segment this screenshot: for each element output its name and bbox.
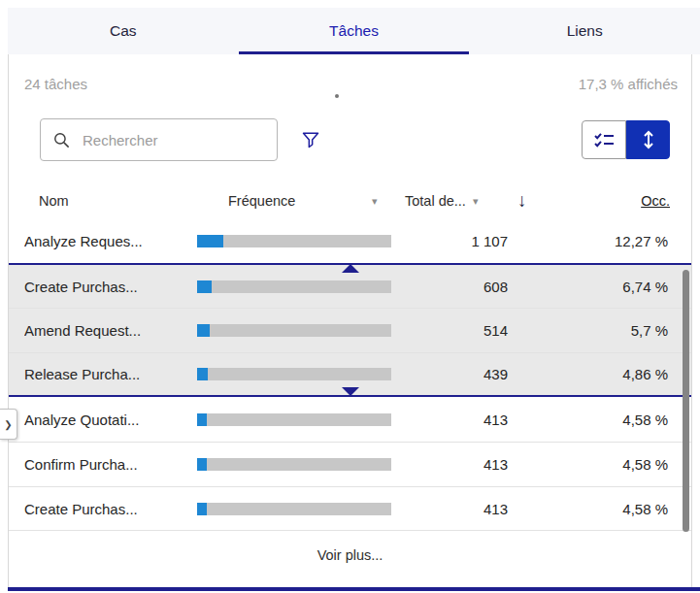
total-value: 1 107 (391, 233, 508, 249)
occurrence-percent: 12,27 % (508, 233, 691, 249)
total-caret-down-icon[interactable]: ▾ (473, 195, 479, 208)
frequency-bar-fill (197, 235, 223, 247)
tab-liens[interactable]: Liens (469, 8, 700, 54)
task-table-body: Analyze Reques... 1 107 12,27 % Create P… (9, 218, 691, 531)
filter-button[interactable] (297, 126, 324, 153)
table-footer: Voir plus... (9, 531, 691, 564)
frequency-bar-track (197, 368, 391, 380)
chevron-right-icon: ❯ (4, 419, 12, 430)
occurrence-percent: 5,7 % (508, 322, 691, 339)
frequency-bar (197, 280, 391, 293)
table-row[interactable]: Amend Request... 514 5,7 % (9, 308, 691, 352)
show-more-button[interactable]: Voir plus... (312, 546, 389, 564)
total-value: 413 (391, 501, 508, 517)
table-row[interactable]: Analyze Quotati... 413 4,58 % (9, 397, 691, 442)
toolbar (9, 118, 691, 161)
task-name: Create Purchas... (24, 279, 191, 295)
vertical-scrollbar[interactable] (683, 270, 689, 532)
task-name: Analyze Reques... (24, 233, 191, 249)
frequency-bar-fill (197, 368, 208, 380)
frequency-bar-track (197, 413, 391, 426)
column-header-name[interactable]: Nom (39, 193, 69, 209)
total-value: 439 (391, 366, 508, 382)
sort-order-button[interactable] (626, 120, 670, 159)
search-input[interactable] (81, 131, 265, 149)
column-header-frequency[interactable]: Fréquence (228, 193, 295, 209)
task-name: Create Purchas... (24, 501, 191, 517)
checklist-icon (593, 132, 615, 148)
frequency-bar-fill (197, 324, 210, 337)
frequency-bar (197, 235, 391, 247)
drag-handle-dot (335, 94, 339, 98)
occurrence-percent: 4,58 % (508, 456, 691, 473)
checklist-view-button[interactable] (582, 120, 626, 159)
expand-panel-handle[interactable]: ❯ (0, 409, 17, 440)
up-down-arrow-icon (642, 130, 655, 149)
table-row[interactable]: Confirm Purcha... 413 4,58 % (9, 442, 691, 486)
table-row[interactable]: Analyze Reques... 1 107 12,27 % (9, 218, 691, 263)
task-count-label: 24 tâches (24, 76, 87, 92)
frequency-bar-track (197, 503, 391, 515)
frequency-bar (197, 503, 391, 515)
column-header-occ[interactable]: Occ. (641, 193, 670, 209)
task-panel: Cas Tâches Liens 24 tâches 17,3 % affich… (8, 8, 700, 591)
table-row[interactable]: Create Purchas... 608 6,74 % (9, 263, 691, 308)
tab-bar: Cas Tâches Liens (8, 8, 700, 54)
displayed-percent-label: 17,3 % affichés (579, 76, 678, 92)
frequency-bar-fill (197, 503, 207, 515)
task-name: Confirm Purcha... (24, 456, 191, 473)
table-row[interactable]: Release Purcha... 439 4,86 % (9, 352, 691, 397)
frequency-bar-track (197, 235, 391, 247)
task-name: Amend Request... (24, 322, 191, 339)
tasks-content: 24 tâches 17,3 % affichés (8, 54, 692, 587)
tab-cas[interactable]: Cas (8, 8, 239, 54)
frequency-bar-track (197, 324, 391, 337)
total-value: 608 (391, 279, 508, 295)
frequency-bar (197, 368, 391, 380)
task-name: Release Purcha... (24, 366, 191, 382)
table-header: Nom Fréquence ▾ Total de... ▾ ↓ Occ. (9, 183, 691, 218)
task-name: Analyze Quotati... (24, 412, 191, 428)
frequency-bar-fill (197, 280, 212, 293)
sort-direction-down-icon: ↓ (517, 190, 527, 212)
frequency-bar-track (197, 458, 391, 471)
total-value: 514 (391, 322, 508, 339)
frequency-bar-fill (197, 458, 207, 471)
frequency-bar-fill (197, 413, 207, 426)
frequency-bar (197, 413, 391, 426)
view-toggle-group (582, 120, 670, 159)
frequency-caret-down-icon[interactable]: ▾ (372, 195, 378, 208)
table-row[interactable]: Create Purchas... 413 4,58 % (9, 486, 691, 531)
total-value: 413 (391, 456, 508, 473)
occurrence-percent: 4,58 % (508, 501, 691, 517)
column-header-total[interactable]: Total de... (405, 193, 466, 209)
frequency-bar-track (197, 280, 391, 293)
search-box[interactable] (40, 118, 278, 161)
tab-taches[interactable]: Tâches (239, 8, 470, 54)
search-icon (52, 131, 71, 149)
occurrence-percent: 6,74 % (508, 279, 691, 295)
occurrence-percent: 4,86 % (508, 366, 691, 382)
frequency-bar (197, 458, 391, 471)
total-value: 413 (391, 412, 508, 428)
filter-funnel-icon (301, 130, 320, 149)
frequency-bar (197, 324, 391, 337)
occurrence-percent: 4,58 % (508, 412, 691, 428)
summary-bar: 24 tâches 17,3 % affichés (24, 76, 678, 92)
